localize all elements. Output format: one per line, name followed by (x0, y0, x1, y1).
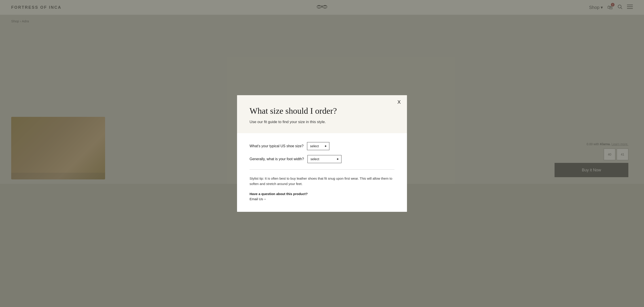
modal-title: What size should I order? (250, 106, 394, 116)
foot-width-label: Generally, what is your foot width? (250, 157, 304, 161)
have-question-label: Have a question about this product? (250, 192, 394, 196)
stylist-tip: Stylist tip: It is often best to buy lea… (250, 176, 394, 187)
modal-header: X What size should I order? Use our fit … (237, 95, 407, 133)
email-us-link[interactable]: Email Us→ (250, 197, 266, 201)
shoe-size-label: What's your typical US shoe size? (250, 144, 304, 148)
foot-width-row: Generally, what is your foot width? sele… (250, 155, 394, 163)
size-guide-modal: X What size should I order? Use our fit … (237, 95, 407, 212)
modal-overlay[interactable]: X What size should I order? Use our fit … (0, 0, 644, 307)
modal-subtitle: Use our fit guide to find your size in t… (250, 120, 394, 124)
foot-width-select[interactable]: select Narrow Normal/Medium Wide Extra W… (308, 155, 342, 163)
shoe-size-select[interactable]: select 6 6.5 7 7.5 8 8.5 9 9.5 10 10.5 1… (307, 142, 330, 150)
shoe-size-row: What's your typical US shoe size? select… (250, 142, 394, 150)
modal-body: What's your typical US shoe size? select… (237, 133, 407, 212)
modal-close-button[interactable]: X (397, 100, 401, 105)
modal-divider (250, 169, 394, 170)
